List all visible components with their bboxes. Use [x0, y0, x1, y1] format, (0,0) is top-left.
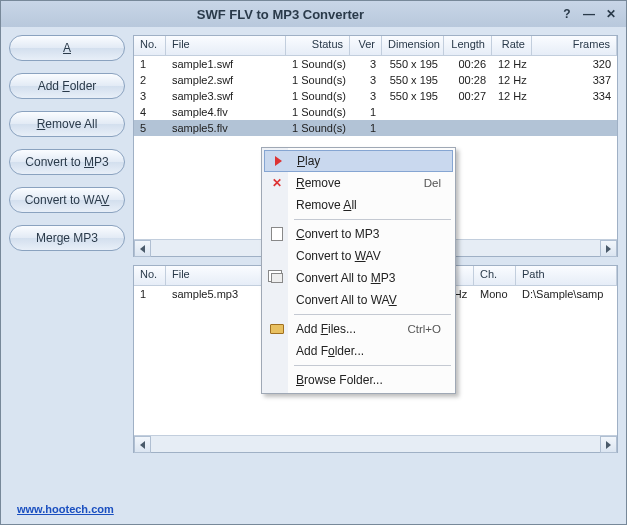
menu-remove-all[interactable]: Remove All [264, 194, 453, 216]
table-row[interactable]: 5sample5.flv1 Sound(s)1 [134, 120, 617, 136]
add-folder-button[interactable]: Add Folder [9, 73, 125, 99]
merge-mp3-button[interactable]: Merge MP3 [9, 225, 125, 251]
remove-icon: ✕ [268, 174, 286, 192]
folder-open-icon [268, 320, 286, 338]
window-title: SWF FLV to MP3 Converter [7, 7, 554, 22]
file-list-header[interactable]: No. File Status Ver Dimension Length Rat… [134, 36, 617, 56]
col-no[interactable]: No. [134, 36, 166, 55]
sidebar: A Add Folder Remove All Convert to MP3 C… [9, 35, 125, 453]
output-list-scrollbar[interactable] [134, 435, 617, 452]
table-row[interactable]: 3sample3.swf1 Sound(s)3550 x 19500:2712 … [134, 88, 617, 104]
website-link[interactable]: www.hootech.com [17, 503, 114, 515]
menu-convert-all-wav[interactable]: Convert All to WAV [264, 289, 453, 311]
help-button[interactable]: ? [558, 5, 576, 23]
col-ch[interactable]: Ch. [474, 266, 516, 285]
col-len[interactable]: Length [444, 36, 492, 55]
play-icon [269, 152, 287, 170]
stack-icon [268, 269, 286, 287]
table-row[interactable]: 1sample1.swf1 Sound(s)3550 x 19500:2612 … [134, 56, 617, 72]
col-no[interactable]: No. [134, 266, 166, 285]
menu-convert-mp3[interactable]: Convert to MP3 [264, 223, 453, 245]
col-frames[interactable]: Frames [532, 36, 617, 55]
menu-add-folder[interactable]: Add Folder... [264, 340, 453, 362]
footer: www.hootech.com [17, 502, 114, 516]
scroll-left-button[interactable] [134, 240, 151, 257]
minimize-button[interactable]: — [580, 5, 598, 23]
context-menu: Play ✕ Remove Del Remove All Convert to … [261, 147, 456, 394]
convert-mp3-button[interactable]: Convert to MP3 [9, 149, 125, 175]
scroll-right-button[interactable] [600, 436, 617, 453]
col-status[interactable]: Status [286, 36, 350, 55]
col-rate[interactable]: Rate [492, 36, 532, 55]
col-ver[interactable]: Ver [350, 36, 382, 55]
col-path[interactable]: Path [516, 266, 617, 285]
table-row[interactable]: 2sample2.swf1 Sound(s)3550 x 19500:2812 … [134, 72, 617, 88]
table-row[interactable]: 4sample4.flv1 Sound(s)1 [134, 104, 617, 120]
document-icon [268, 225, 286, 243]
col-dim[interactable]: Dimension [382, 36, 444, 55]
menu-play[interactable]: Play [264, 150, 453, 172]
scroll-right-button[interactable] [600, 240, 617, 257]
menu-convert-wav[interactable]: Convert to WAV [264, 245, 453, 267]
scroll-left-button[interactable] [134, 436, 151, 453]
menu-convert-all-mp3[interactable]: Convert All to MP3 [264, 267, 453, 289]
menu-remove[interactable]: ✕ Remove Del [264, 172, 453, 194]
convert-wav-button[interactable]: Convert to WAV [9, 187, 125, 213]
add-files-button[interactable]: A [9, 35, 125, 61]
col-file[interactable]: File [166, 36, 286, 55]
menu-browse-folder[interactable]: Browse Folder... [264, 369, 453, 391]
remove-all-button[interactable]: Remove All [9, 111, 125, 137]
title-bar: SWF FLV to MP3 Converter ? — ✕ [1, 1, 626, 27]
close-button[interactable]: ✕ [602, 5, 620, 23]
menu-add-files[interactable]: Add Files... Ctrl+O [264, 318, 453, 340]
